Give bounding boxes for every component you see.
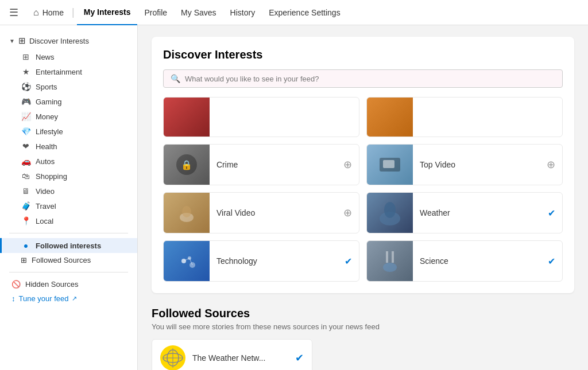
money-icon: 📈 [21, 112, 31, 121]
nav-my-interests[interactable]: My Interests [77, 0, 138, 25]
sidebar-item-news[interactable]: ⊞ News [0, 49, 137, 64]
top-nav: ☰ ⌂ Home | My Interests Profile My Saves… [0, 0, 588, 25]
sidebar-item-gaming[interactable]: 🎮 Gaming [0, 94, 137, 109]
main-layout: ▼ ⊞ Discover Interests ⊞ News ★ Entertai… [0, 25, 588, 370]
svg-text:🔒: 🔒 [181, 159, 192, 170]
nav-history[interactable]: History [223, 0, 262, 25]
technology-action-icon[interactable]: ✔ [345, 256, 352, 267]
source-logo-weather-network [160, 345, 185, 370]
local-icon: 📍 [21, 216, 31, 225]
crime-label: Crime [210, 160, 343, 169]
shopping-icon: 🛍 [21, 172, 31, 181]
search-input[interactable] [185, 75, 555, 83]
sidebar-divider-2 [9, 272, 128, 272]
interest-card-crime[interactable]: 🔒 Crime ⊕ [163, 144, 359, 185]
followed-sources-subtitle: You will see more stories from these new… [152, 322, 574, 331]
interest-card-technology[interactable]: Technology ✔ [163, 240, 359, 282]
travel-icon: 🧳 [21, 201, 31, 211]
sidebar-item-money[interactable]: 📈 Money [0, 109, 137, 124]
sidebar-item-entertainment[interactable]: ★ Entertainment [0, 64, 137, 79]
weather-img [367, 193, 413, 233]
sidebar-item-travel[interactable]: 🧳 Travel [0, 198, 137, 213]
sidebar-item-autos[interactable]: 🚗 Autos [0, 154, 137, 169]
viralvideo-img [164, 193, 210, 233]
sidebar-hidden-sources[interactable]: 🚫 Hidden Sources [0, 277, 137, 291]
nav-home[interactable]: ⌂ Home [28, 7, 69, 18]
svg-point-7 [384, 202, 396, 218]
interest-grid: 🔒 Crime ⊕ Top Video ⊕ [163, 144, 563, 282]
technology-label: Technology [210, 256, 345, 266]
followed-interests-icon: ● [21, 241, 31, 250]
sidebar-entertainment-label: Entertainment [36, 68, 82, 76]
sidebar-health-label: Health [36, 142, 57, 151]
lifestyle-icon: 💎 [21, 127, 31, 136]
nav-home-label: Home [42, 8, 64, 17]
sidebar-divider-1 [9, 233, 128, 233]
content-area: Discover Interests 🔍 [138, 25, 588, 370]
interest-card-partial-1[interactable] [163, 97, 359, 137]
weather-action-icon[interactable]: ✔ [548, 208, 555, 219]
search-icon: 🔍 [171, 74, 180, 83]
viralvideo-action-icon[interactable]: ⊕ [343, 207, 352, 219]
entertainment-icon: ★ [21, 67, 31, 76]
sidebar-autos-label: Autos [36, 157, 55, 166]
video-icon: 🖥 [21, 186, 31, 196]
crime-action-icon[interactable]: ⊕ [343, 158, 352, 171]
sidebar-lifestyle-label: Lifestyle [36, 127, 63, 136]
sidebar-discover-interests-header[interactable]: ▼ ⊞ Discover Interests [0, 32, 137, 49]
discover-interests-card: Discover Interests 🔍 [152, 37, 574, 293]
sidebar-item-shopping[interactable]: 🛍 Shopping [0, 169, 137, 184]
sidebar-item-sports[interactable]: ⚽ Sports [0, 79, 137, 94]
nav-my-saves[interactable]: My Saves [174, 0, 223, 25]
viralvideo-label: Viral Video [210, 208, 343, 217]
source-name-weather-network: The Weather Netw... [192, 353, 288, 363]
external-link-icon: ↗ [72, 295, 77, 302]
sidebar-item-video[interactable]: 🖥 Video [0, 184, 137, 198]
sidebar-gaming-label: Gaming [36, 98, 62, 106]
technology-img [164, 241, 210, 281]
sidebar-tune-feed-label: Tune your feed [19, 294, 69, 303]
interest-card-weather[interactable]: Weather ✔ [366, 192, 563, 233]
sidebar-video-label: Video [36, 187, 55, 196]
sidebar-item-local[interactable]: 📍 Local [0, 213, 137, 228]
partial-img-1 [164, 97, 210, 137]
sidebar-followed-interests-label: Followed interests [36, 242, 101, 250]
svg-rect-14 [392, 251, 394, 263]
autos-icon: 🚗 [21, 157, 31, 166]
topvideo-action-icon[interactable]: ⊕ [547, 158, 555, 171]
sidebar-followed-interests[interactable]: ● Followed interests [0, 238, 137, 253]
science-img [367, 241, 413, 281]
sidebar-followed-sources[interactable]: ⊞ Followed Sources [0, 253, 137, 267]
svg-point-15 [383, 263, 397, 272]
source-check-icon[interactable]: ✔ [295, 352, 304, 364]
weather-label: Weather [413, 208, 548, 217]
gaming-icon: 🎮 [21, 97, 31, 106]
news-icon: ⊞ [21, 52, 31, 61]
sidebar-local-label: Local [36, 217, 53, 225]
grid-icon: ⊞ [18, 36, 26, 46]
svg-rect-13 [386, 251, 388, 263]
nav-experience-settings[interactable]: Experience Settings [262, 0, 347, 25]
topvideo-label: Top Video [413, 160, 547, 169]
sidebar-tune-feed[interactable]: ↕ Tune your feed ↗ [0, 291, 137, 306]
source-card-weather-network[interactable]: The Weather Netw... ✔ [152, 339, 312, 370]
interest-card-topvideo[interactable]: Top Video ⊕ [366, 144, 563, 185]
sidebar-sports-label: Sports [36, 83, 57, 91]
partial-img-2 [367, 97, 413, 137]
crime-img: 🔒 [164, 145, 210, 185]
science-action-icon[interactable]: ✔ [548, 256, 555, 267]
nav-profile[interactable]: Profile [137, 0, 174, 25]
sidebar: ▼ ⊞ Discover Interests ⊞ News ★ Entertai… [0, 25, 138, 370]
hamburger-menu[interactable]: ☰ [9, 6, 18, 19]
sidebar-shopping-label: Shopping [36, 172, 67, 181]
sidebar-item-health[interactable]: ❤ Health [0, 139, 137, 154]
triangle-icon: ▼ [9, 38, 15, 44]
sidebar-news-label: News [36, 53, 55, 61]
sports-icon: ⚽ [21, 82, 31, 91]
followed-sources-icon: ⊞ [21, 256, 27, 264]
sidebar-item-lifestyle[interactable]: 💎 Lifestyle [0, 124, 137, 139]
interest-card-partial-2[interactable] [366, 97, 563, 137]
home-icon: ⌂ [33, 7, 39, 18]
interest-card-viralvideo[interactable]: Viral Video ⊕ [163, 192, 359, 233]
interest-card-science[interactable]: Science ✔ [366, 240, 563, 282]
